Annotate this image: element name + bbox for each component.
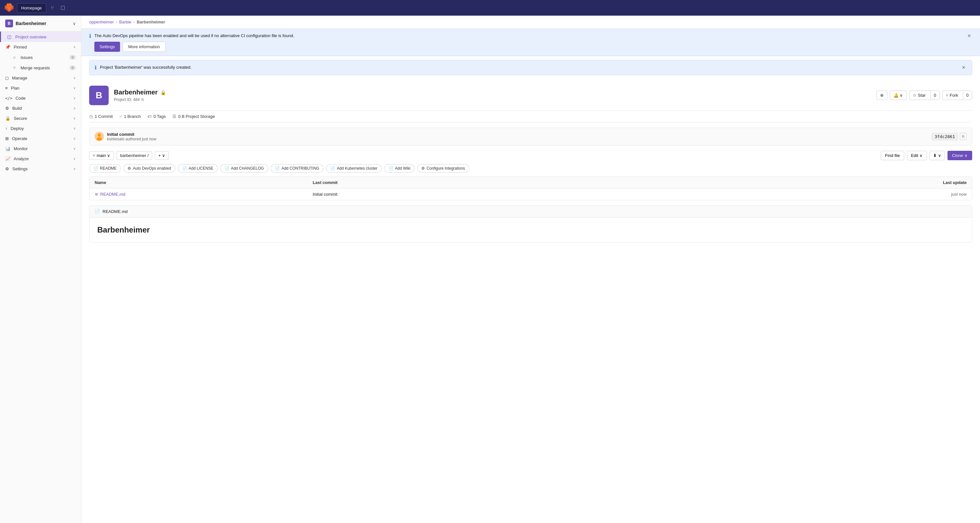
copy-commit-hash-button[interactable]: ⎘ [960,133,967,140]
plan-label: Plan [11,86,70,91]
commit-info: Initial commit ksirkesalo authored just … [107,132,928,141]
copy-project-id-button[interactable]: ⎘ [142,97,144,102]
commit-title[interactable]: Initial commit [107,132,928,137]
sidebar-item-pinned[interactable]: 📌 Pinned ∧ [0,42,81,52]
todo-icon-btn[interactable]: ☐ [59,3,67,13]
commit-hash-code[interactable]: 3fdc2861 [932,133,958,140]
commits-icon: ◷ [89,114,93,119]
stat-tags[interactable]: 🏷 0 Tags [147,114,166,119]
topbar: Homepage ⑂ ☐ [0,0,980,16]
find-file-button[interactable]: Find file [881,151,904,160]
path-breadcrumb: barbenheimer / [116,151,152,160]
sidebar-item-issues[interactable]: ○ Issues 0 [0,52,81,62]
secure-chevron-icon: ∨ [73,116,76,121]
notification-label[interactable]: 🔔 ∨ [890,91,907,100]
file-readme-link[interactable]: ≋ README.md [95,192,313,197]
pin-button[interactable]: ⊕ [877,91,887,100]
project-info: Barbenheimer 🔒 Project ID: 484 ⎘ [114,89,871,102]
project-meta: Project ID: 484 ⎘ [114,97,871,102]
commit-author[interactable]: ksirkesalo [107,137,124,141]
branch-selector[interactable]: ⑂ main ∨ [89,151,114,160]
chip-kubernetes[interactable]: 📄 Add Kubernetes cluster [326,164,382,172]
repo-toolbar: ⑂ main ∨ barbenheimer / + ∨ Find file Ed… [89,151,972,160]
sidebar-item-settings[interactable]: ⚙ Settings ∨ [0,164,81,174]
merge-request-icon-btn[interactable]: ⑂ [49,3,56,13]
edit-button[interactable]: Edit ∨ [907,151,927,160]
sidebar-item-analyze[interactable]: 📈 Analyze ∨ [0,154,81,164]
edit-chevron-icon: ∨ [920,153,923,158]
sidebar-item-code[interactable]: </> Code ∨ [0,93,81,103]
star-button[interactable]: ☆ Star [909,91,929,100]
notification-button[interactable]: 🔔 ∨ [890,91,907,100]
plan-chevron-icon: ∨ [73,86,76,90]
file-icon: ≋ [95,192,98,197]
merge-requests-icon: ⑂ [11,65,17,70]
file-table-header: Name Last commit Last update [89,177,972,188]
sidebar-item-monitor[interactable]: 📊 Monitor ∨ [0,144,81,154]
chip-changelog[interactable]: 📄 Add CHANGELOG [220,164,268,172]
fork-count[interactable]: 0 [963,91,972,100]
devops-more-info-button[interactable]: More information [123,42,165,52]
alert-info-icon: ℹ [89,33,91,39]
repo-path: barbenheimer / [120,153,148,158]
homepage-button[interactable]: Homepage [17,3,46,13]
sidebar-item-operate[interactable]: ⊞ Operate ∨ [0,134,81,144]
settings-chevron-icon: ∨ [73,167,76,171]
file-last-update: just now [749,192,967,197]
devops-alert-close-button[interactable]: × [966,33,972,40]
breadcrumb-barbie[interactable]: Barbie [119,19,132,24]
readme-file-icon: 📄 [95,209,100,214]
chip-license[interactable]: 📄 Add LICENSE [178,164,218,172]
success-alert: ℹ Project 'Barbenheimer' was successfull… [89,60,972,75]
readme-filename: README.md [102,209,127,214]
sidebar-item-build[interactable]: ⚙ Build ∨ [0,103,81,113]
stat-branches[interactable]: ⑂ 1 Branch [119,114,141,119]
chip-autodevops-label: Auto DevOps enabled [133,166,171,171]
download-chevron-icon: ∨ [938,153,941,158]
chip-license-icon: 📄 [182,166,187,171]
success-info-icon: ℹ [95,64,97,71]
chip-readme[interactable]: 📄 README [89,164,121,172]
code-icon: </> [5,96,12,100]
sidebar-item-merge-requests[interactable]: ⑂ Merge requests 0 [0,62,81,73]
success-alert-close-button[interactable]: × [961,64,967,71]
branch-icon: ⑂ [93,153,95,158]
readme-body: Barbenheimer [89,218,972,242]
devops-settings-button[interactable]: Settings [94,42,120,52]
breadcrumb-oppenheimer[interactable]: oppenheimer [89,19,114,24]
chip-autodevops[interactable]: ⚙ Auto DevOps enabled [123,164,175,172]
sidebar-project-header[interactable]: B Barbenheimer ∨ [0,16,81,32]
sidebar-item-project-overview[interactable]: ◫ Project overview [0,32,81,42]
fork-button-group: ⑂ Fork 0 [942,91,972,100]
merge-requests-badge: 0 [69,65,76,70]
settings-icon: ⚙ [5,166,9,171]
readme-title: Barbenheimer [97,225,964,234]
file-table: Name Last commit Last update ≋ README.md… [89,177,972,200]
table-row: ≋ README.md Initial commit just now [89,188,972,200]
sidebar-item-secure[interactable]: 🔒 Secure ∨ [0,113,81,123]
fork-button[interactable]: ⑂ Fork [943,91,961,100]
star-count[interactable]: 0 [930,91,939,100]
monitor-icon: 📊 [5,146,10,151]
commit-author-text: ksirkesalo authored just now [107,137,928,141]
chip-wiki[interactable]: 📄 Add Wiki [384,164,415,172]
chip-autodevops-icon: ⚙ [127,166,131,171]
pinned-icon: 📌 [5,45,10,49]
issues-label: Issues [21,55,66,60]
chip-contributing[interactable]: 📄 Add CONTRIBUTING [271,164,323,172]
chip-integrations[interactable]: ⚙ Configure Integrations [417,164,469,172]
clone-chevron-icon: ∨ [964,153,968,158]
download-button[interactable]: ⬇ ∨ [929,151,945,160]
storage-size: 0 B Project Storage [178,114,215,119]
sidebar-item-manage[interactable]: ◻ Manage ∨ [0,73,81,83]
branch-chevron-icon: ∨ [107,153,110,158]
repo-toolbar-right: Find file Edit ∨ ⬇ ∨ Clone ∨ [881,151,972,160]
sidebar-item-deploy[interactable]: ↑ Deploy ∨ [0,123,81,134]
edit-label: Edit [911,153,918,158]
stat-commits[interactable]: ◷ 1 Commit [89,114,113,119]
chip-kubernetes-label: Add Kubernetes cluster [337,166,377,171]
add-file-button[interactable]: + ∨ [155,151,169,160]
sidebar-item-plan[interactable]: ≡ Plan ∨ [0,83,81,93]
last-commit-bar: Initial commit ksirkesalo authored just … [89,128,972,145]
clone-button[interactable]: Clone ∨ [947,151,972,160]
